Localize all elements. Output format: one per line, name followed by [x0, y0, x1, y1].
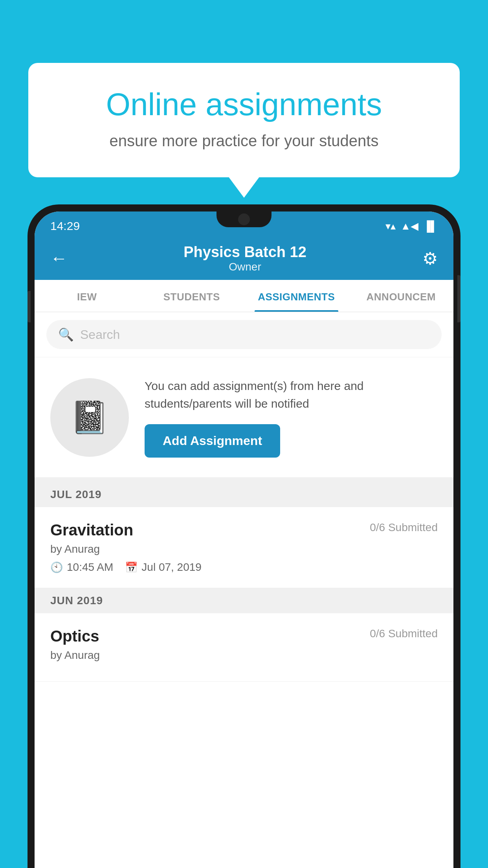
assignment-name-optics: Optics — [50, 627, 99, 645]
assignment-item-top-optics: Optics 0/6 Submitted — [50, 627, 438, 645]
speech-bubble-title: Online assignments — [60, 86, 428, 123]
tab-iew[interactable]: IEW — [35, 280, 139, 312]
section-header-jun2019: JUN 2019 — [35, 588, 453, 613]
search-container: 🔍 Search — [35, 312, 453, 357]
assignment-date-gravitation: 📅 Jul 07, 2019 — [125, 561, 202, 574]
assignment-item-optics[interactable]: Optics 0/6 Submitted by Anurag — [35, 613, 453, 682]
phone-camera — [238, 213, 250, 225]
phone-side-button-left — [28, 291, 31, 322]
assignment-date-value: Jul 07, 2019 — [141, 561, 202, 574]
add-assignment-button[interactable]: Add Assignment — [145, 424, 280, 458]
header-title: Physics Batch 12 — [183, 244, 306, 261]
assignment-item-gravitation[interactable]: Gravitation 0/6 Submitted by Anurag 🕙 10… — [35, 507, 453, 588]
calendar-icon: 📅 — [125, 561, 138, 574]
assignment-time-gravitation: 🕙 10:45 AM — [50, 561, 113, 574]
header-subtitle: Owner — [183, 261, 306, 273]
section-header-jul2019: JUL 2019 — [35, 482, 453, 507]
signal-icon: ▲◀ — [400, 220, 418, 232]
assignment-submitted-optics: 0/6 Submitted — [370, 627, 438, 640]
section-header-jul2019-label: JUL 2019 — [50, 488, 101, 500]
speech-bubble: Online assignments ensure more practice … — [28, 63, 460, 177]
settings-icon[interactable]: ⚙ — [422, 248, 438, 268]
phone-screen: 14:29 ▾▴ ▲◀ ▐▌ ← Physics Batch 12 Owner … — [35, 211, 453, 868]
assignment-icon-circle: 📓 — [50, 378, 129, 457]
clock-icon: 🕙 — [50, 561, 63, 574]
app-header: ← Physics Batch 12 Owner ⚙ — [35, 237, 453, 280]
tabs-bar: IEW STUDENTS ASSIGNMENTS ANNOUNCEM — [35, 280, 453, 312]
assignment-item-top: Gravitation 0/6 Submitted — [50, 521, 438, 539]
status-icons: ▾▴ ▲◀ ▐▌ — [385, 220, 438, 232]
header-title-group: Physics Batch 12 Owner — [183, 244, 306, 273]
tab-assignments[interactable]: ASSIGNMENTS — [244, 280, 349, 312]
phone-device: 14:29 ▾▴ ▲◀ ▐▌ ← Physics Batch 12 Owner … — [28, 204, 460, 868]
search-bar[interactable]: 🔍 Search — [46, 320, 442, 349]
battery-icon: ▐▌ — [423, 220, 438, 232]
add-assignment-card: 📓 You can add assignment(s) from here an… — [35, 357, 453, 482]
assignment-info: You can add assignment(s) from here and … — [145, 377, 438, 458]
phone-notch — [216, 211, 272, 227]
status-time: 14:29 — [50, 219, 80, 233]
search-icon: 🔍 — [58, 327, 74, 342]
assignment-meta-gravitation: 🕙 10:45 AM 📅 Jul 07, 2019 — [50, 561, 438, 574]
speech-bubble-container: Online assignments ensure more practice … — [28, 63, 460, 177]
section-header-jun2019-label: JUN 2019 — [50, 594, 103, 607]
wifi-icon: ▾▴ — [385, 220, 396, 232]
assignment-name-gravitation: Gravitation — [50, 521, 133, 539]
tab-students[interactable]: STUDENTS — [139, 280, 244, 312]
assignment-by-gravitation: by Anurag — [50, 543, 438, 555]
phone-side-button-right — [457, 275, 460, 322]
tab-announcements[interactable]: ANNOUNCEM — [349, 280, 454, 312]
notebook-icon: 📓 — [70, 399, 109, 436]
speech-bubble-subtitle: ensure more practice for your students — [60, 132, 428, 150]
phone-outer: 14:29 ▾▴ ▲◀ ▐▌ ← Physics Batch 12 Owner … — [28, 204, 460, 868]
assignment-by-optics: by Anurag — [50, 649, 438, 662]
back-button[interactable]: ← — [50, 248, 68, 268]
assignment-info-text: You can add assignment(s) from here and … — [145, 377, 438, 412]
search-placeholder: Search — [80, 327, 120, 342]
assignment-submitted-gravitation: 0/6 Submitted — [370, 521, 438, 534]
assignment-time-value: 10:45 AM — [67, 561, 113, 574]
